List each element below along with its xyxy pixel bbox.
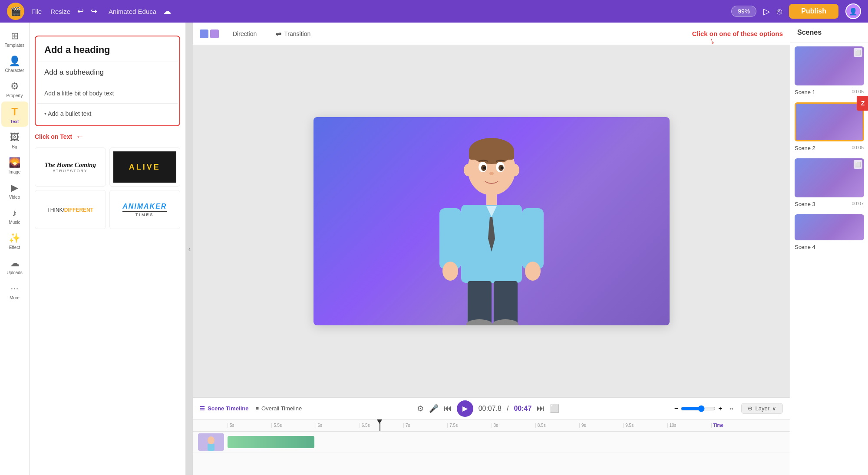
sidebar-item-uploads[interactable]: ☁ Uploads (1, 253, 28, 278)
template-think[interactable]: THINK/DIFFERENT (35, 190, 106, 229)
sidebar-item-text[interactable]: T Text (1, 102, 28, 127)
ruler-mark-9s: 9s (579, 423, 623, 428)
layer-button[interactable]: ⊕ Layer ∨ (741, 403, 783, 414)
current-time-display: 00:07.8 (479, 405, 502, 413)
play-button[interactable]: ▶ (457, 400, 473, 417)
subtitles-icon[interactable]: ⬜ (550, 404, 559, 413)
transition-label: Transition (284, 30, 310, 37)
scene-z-icon[interactable]: Z (857, 96, 868, 111)
sidebar-label-uploads: Uploads (7, 270, 23, 275)
sidebar-item-music[interactable]: ♪ Music (1, 203, 28, 227)
zoom-plus-icon[interactable]: + (718, 405, 722, 413)
skip-forward-icon[interactable]: ⏭ (537, 404, 545, 413)
scene-edit-icon-3[interactable]: ⬜ (854, 160, 862, 169)
template-animaker[interactable]: ANIMAKER TIMES (109, 190, 181, 229)
svg-point-9 (489, 172, 494, 175)
add-heading-option[interactable]: Add a heading (37, 38, 178, 62)
sidebar-item-property[interactable]: ⚙ Property (1, 76, 28, 101)
annotation-container: Click on one of these options ↓ (692, 30, 783, 38)
direction-label: Direction (233, 30, 257, 37)
panel-collapse-handle[interactable]: ‹ (186, 23, 193, 475)
scene-edit-icon-1[interactable]: ⬜ (854, 48, 862, 57)
add-body-option[interactable]: Add a little bit of body text (37, 83, 178, 104)
project-title[interactable]: Animated Educa (109, 8, 156, 15)
scene-item-4[interactable]: Scene 4 (790, 211, 868, 254)
sidebar-label-video: Video (9, 195, 20, 200)
topbar: 🎬 File Resize ↩ ↪ Animated Educa ☁ 99% ▷… (0, 0, 868, 23)
direction-sq1 (200, 29, 208, 38)
zoom-range-input[interactable] (681, 405, 716, 412)
sidebar-label-templates: Templates (5, 43, 25, 48)
sidebar-item-character[interactable]: 👤 Character (1, 51, 28, 75)
overall-timeline-icon: ≡ (255, 405, 259, 412)
redo-icon[interactable]: ↪ (91, 7, 97, 16)
sidebar-item-image[interactable]: 🌄 Image (1, 153, 28, 177)
sidebar-item-templates[interactable]: ⊞ Templates (1, 26, 28, 50)
left-sidebar: ⊞ Templates 👤 Character ⚙ Property T Tex… (0, 23, 30, 475)
share-icon[interactable]: ⎋ (777, 7, 782, 16)
resize-menu[interactable]: Resize (50, 8, 70, 15)
template-alive[interactable]: ALIVE (109, 147, 181, 187)
think-content: THINK/DIFFERENT (47, 206, 93, 213)
undo-icon[interactable]: ↩ (77, 7, 84, 16)
svg-point-7 (483, 167, 486, 169)
template-grid: The Home Coming #TRUESTORY ALIVE THINK/D… (35, 147, 180, 229)
scene-item-1[interactable]: ⬜ Scene 1 00:05 (790, 43, 868, 99)
overall-timeline-tab[interactable]: ≡ Overall Timeline (255, 405, 302, 412)
uploads-icon: ☁ (10, 258, 20, 269)
settings-icon[interactable]: ⚙ (417, 404, 424, 413)
timeline-toolbar: ☰ Scene Timeline ≡ Overall Timeline ⚙ 🎤 … (193, 398, 790, 419)
publish-button[interactable]: Publish (789, 4, 838, 19)
click-on-text-label: Click on Text (35, 133, 72, 140)
timeline-area: ☰ Scene Timeline ≡ Overall Timeline ⚙ 🎤 … (193, 397, 790, 475)
svg-point-8 (501, 167, 503, 169)
main-layout: ⊞ Templates 👤 Character ⚙ Property T Tex… (0, 23, 868, 475)
scene-thumb-2 (795, 102, 864, 141)
scene-item-2[interactable]: Scene 2 00:05 Z (790, 99, 868, 155)
effect-icon: ✨ (9, 233, 20, 244)
timeline-playhead[interactable] (380, 419, 380, 431)
sidebar-label-image: Image (9, 170, 21, 174)
scenes-sidebar: Scenes ⬜ Scene 1 00:05 Scene 2 00:05 Z (790, 23, 868, 475)
transition-btn[interactable]: ⇌ Transition (271, 27, 316, 40)
sidebar-item-effect[interactable]: ✨ Effect (1, 228, 28, 252)
sidebar-item-more[interactable]: ··· More (1, 278, 28, 303)
music-icon: ♪ (12, 207, 17, 219)
mic-icon[interactable]: 🎤 (429, 404, 439, 413)
track-bar-1[interactable] (228, 436, 314, 448)
add-bullet-option[interactable]: • Add a bullet text (37, 104, 178, 124)
canvas-container (193, 45, 790, 397)
canvas-stage[interactable] (314, 117, 670, 325)
play-preview-icon[interactable]: ▷ (763, 6, 770, 16)
svg-point-16 (442, 262, 458, 281)
sidebar-item-bg[interactable]: 🖼 Bg (1, 128, 28, 152)
scene-item-3[interactable]: ⬜ Scene 3 00:07 (790, 155, 868, 211)
zoom-minus-icon[interactable]: − (674, 405, 678, 413)
user-avatar[interactable]: 👤 (845, 3, 861, 19)
sidebar-label-effect: Effect (9, 245, 20, 250)
bullet-option-label: • Add a bullet text (44, 110, 91, 117)
skip-back-icon[interactable]: ⏮ (444, 404, 452, 413)
sidebar-label-more: More (10, 295, 20, 300)
zoom-control[interactable]: 99% (731, 6, 756, 17)
animaker-sub-text: TIMES (122, 211, 167, 217)
animaker-main-text: ANIMAKER (122, 203, 167, 210)
character-icon: 👤 (9, 56, 20, 67)
template-homecoming[interactable]: The Home Coming #TRUESTORY (35, 147, 106, 187)
scene-time-3: 00:07 (851, 201, 864, 206)
timeline-zoom-slider[interactable]: − + ↔ (674, 405, 735, 413)
annotation-arrow-left: ← (76, 131, 84, 141)
scene-timeline-tab[interactable]: ☰ Scene Timeline (200, 405, 248, 412)
ruler-mark-95s: 9.5s (623, 423, 667, 428)
sidebar-item-video[interactable]: ▶ Video (1, 178, 28, 202)
sidebar-label-property: Property (7, 93, 23, 98)
add-subheading-option[interactable]: Add a subheading (37, 62, 178, 83)
file-menu[interactable]: File (31, 8, 42, 15)
direction-btn[interactable]: Direction (228, 28, 262, 40)
cloud-save-icon[interactable]: ☁ (163, 7, 171, 16)
play-controls: ⚙ 🎤 ⏮ ▶ 00:07.8 / 00:47 ⏭ ⬜ (417, 400, 560, 417)
different-text: DIFFERENT (64, 207, 93, 213)
scene-timeline-label: Scene Timeline (208, 405, 248, 412)
app-logo[interactable]: 🎬 (7, 3, 24, 20)
expand-icon[interactable]: ↔ (728, 405, 734, 412)
